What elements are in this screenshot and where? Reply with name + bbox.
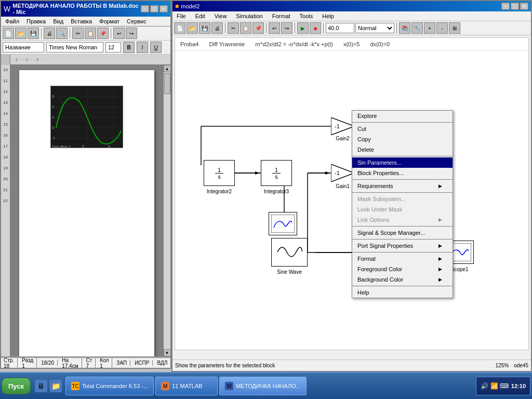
taskbar-app-matlab[interactable]: M 11 MATLAB bbox=[155, 377, 218, 395]
ml-sep4 bbox=[323, 23, 324, 33]
ml-save-btn[interactable]: 💾 bbox=[199, 22, 210, 34]
matlab-window: ■ model2 ─ □ ✕ File Edit View Simulation… bbox=[171, 0, 532, 372]
ctx-copy[interactable]: Copy bbox=[352, 134, 453, 144]
ml-undo-btn[interactable]: ↩ bbox=[269, 22, 280, 34]
svg-text:-1: -1 bbox=[335, 170, 340, 176]
start-button[interactable]: Пуск bbox=[2, 378, 31, 394]
scroll-thumb[interactable] bbox=[164, 73, 170, 94]
ruler-num-10: 10 bbox=[3, 68, 8, 72]
ml-redo-btn[interactable]: ↪ bbox=[281, 22, 292, 34]
ctx-cut[interactable]: Cut bbox=[352, 124, 453, 134]
ml-fit-btn[interactable]: ⊞ bbox=[449, 22, 460, 34]
ctx-explore[interactable]: Explore bbox=[352, 111, 453, 121]
ml-new-btn[interactable]: 📄 bbox=[174, 22, 185, 34]
redo-btn[interactable]: ↪ bbox=[126, 28, 137, 39]
sim-mode-select[interactable]: Normal bbox=[355, 23, 394, 33]
word-menu-view[interactable]: Вид bbox=[51, 18, 65, 25]
block-integrator2[interactable]: 1 s bbox=[204, 160, 235, 186]
ruler-num-15: 15 bbox=[3, 122, 8, 127]
taskbar-app-word[interactable]: W МЕТОДИЧКА НАЧАЛО... bbox=[219, 377, 307, 395]
ctx-foreground-color[interactable]: Foreground Color ▶ bbox=[352, 264, 453, 274]
scroll-up-btn[interactable]: ▲ bbox=[164, 65, 171, 72]
word-menu-edit[interactable]: Правка bbox=[25, 18, 47, 25]
ml-debug-btn[interactable]: 🔧 bbox=[411, 22, 423, 34]
block-sine-wave[interactable] bbox=[271, 238, 308, 267]
ml-cut-btn[interactable]: ✂ bbox=[228, 22, 239, 34]
underline-btn[interactable]: U bbox=[150, 42, 162, 53]
matlab-menu-help[interactable]: Help bbox=[321, 12, 336, 20]
ml-open-btn[interactable]: 📂 bbox=[187, 22, 198, 34]
ctx-link-options-arrow: ▶ bbox=[438, 217, 442, 222]
matlab-menu-view[interactable]: View bbox=[213, 12, 229, 20]
word-maximize-btn[interactable]: □ bbox=[150, 5, 158, 12]
eq-label: Proba4 bbox=[180, 41, 198, 47]
block-gain1-label: Gain1 bbox=[331, 183, 354, 189]
sim-time-input[interactable] bbox=[326, 23, 354, 33]
preview-btn[interactable]: 🔍 bbox=[56, 28, 68, 39]
ctx-help[interactable]: Help bbox=[352, 287, 453, 298]
word-page-area[interactable]: 3 2 1 0 -1 2 4 Time offset: 0 bbox=[10, 65, 163, 356]
block-integrator3[interactable]: 1 s bbox=[261, 160, 292, 186]
ml-stop-btn[interactable]: ■ bbox=[310, 22, 321, 34]
font-size-dropdown[interactable] bbox=[105, 42, 121, 52]
ctx-requirements[interactable]: Requirements ▶ bbox=[352, 181, 453, 191]
matlab-close-btn[interactable]: ✕ bbox=[520, 3, 528, 10]
matlab-menu-tools[interactable]: Tools bbox=[298, 12, 315, 20]
matlab-minimize-btn[interactable]: ─ bbox=[501, 3, 510, 10]
svg-text:Time offset: 0: Time offset: 0 bbox=[52, 145, 71, 148]
copy-btn[interactable]: 📋 bbox=[85, 28, 96, 39]
cut-btn[interactable]: ✂ bbox=[72, 28, 84, 39]
ctx-block-properties[interactable]: Block Properties... bbox=[352, 168, 453, 178]
block-scope[interactable] bbox=[269, 212, 297, 235]
ml-zoom-in-btn[interactable]: + bbox=[424, 22, 435, 34]
new-doc-btn[interactable]: 📄 bbox=[3, 28, 14, 39]
ctx-signal-scope-mgr[interactable]: Signal & Scope Manager... bbox=[352, 228, 453, 238]
open-btn[interactable]: 📂 bbox=[15, 28, 26, 39]
matlab-menu-format[interactable]: Format bbox=[271, 12, 292, 20]
word-close-btn[interactable]: ✕ bbox=[159, 5, 168, 12]
matlab-menu-simulation[interactable]: Simulation bbox=[234, 12, 264, 20]
block-gain2[interactable]: -1 bbox=[331, 117, 354, 135]
word-window: W МЕТОДИЧКА НАЧАЛО РАБОТЫ В Matlab.doc -… bbox=[0, 0, 171, 369]
print-btn[interactable]: 🖨 bbox=[44, 28, 55, 39]
ml-copy-btn[interactable]: 📋 bbox=[240, 22, 251, 34]
word-menu-tools[interactable]: Сервис bbox=[125, 18, 148, 25]
taskbar-app-totalcmd[interactable]: TC Total Commander 6.53 -... bbox=[65, 377, 154, 395]
ruler-num-16: 16 bbox=[3, 133, 8, 138]
word-menu-file[interactable]: Файл bbox=[4, 18, 21, 25]
ctx-look-under-mask[interactable]: Look Under Mask bbox=[352, 204, 453, 215]
ml-lib-btn[interactable]: 📚 bbox=[399, 22, 410, 34]
style-dropdown[interactable] bbox=[3, 42, 44, 52]
status-message: Show the parameters for the selected blo… bbox=[175, 363, 275, 368]
word-menu-insert[interactable]: Вставка bbox=[69, 18, 94, 25]
ctx-port-signal-properties[interactable]: Port Signal Properties ▶ bbox=[352, 241, 453, 251]
ctx-mask-subsystem[interactable]: Mask Subsystem... bbox=[352, 194, 453, 204]
matlab-menu-edit[interactable]: Edit bbox=[194, 12, 207, 20]
scroll-down-btn[interactable]: ▼ bbox=[164, 349, 171, 356]
ctx-background-color[interactable]: Background Color ▶ bbox=[352, 274, 453, 285]
ml-paste-btn[interactable]: 📌 bbox=[252, 22, 264, 34]
word-minimize-btn[interactable]: ─ bbox=[141, 5, 149, 12]
ctx-sep7 bbox=[352, 252, 453, 252]
matlab-titlebar-buttons: ─ □ ✕ bbox=[501, 3, 528, 10]
ctx-sin-parameters[interactable]: Sin Parameters... bbox=[352, 157, 453, 168]
ml-zoom-out-btn[interactable]: - bbox=[436, 22, 448, 34]
ctx-background-color-arrow: ▶ bbox=[438, 277, 442, 282]
italic-btn[interactable]: I bbox=[137, 42, 148, 53]
matlab-menu-file[interactable]: File bbox=[175, 12, 188, 20]
ctx-format[interactable]: Format ▶ bbox=[352, 254, 453, 264]
ctx-link-options[interactable]: Link Options ▶ bbox=[352, 215, 453, 225]
block-gain1[interactable]: -1 bbox=[331, 164, 354, 182]
save-btn[interactable]: 💾 bbox=[28, 28, 39, 39]
undo-btn[interactable]: ↩ bbox=[113, 28, 125, 39]
bold-btn[interactable]: B bbox=[123, 42, 135, 53]
ctx-delete[interactable]: Delete bbox=[352, 144, 453, 155]
font-dropdown[interactable] bbox=[46, 42, 103, 52]
ml-print-btn[interactable]: 🖨 bbox=[211, 22, 223, 34]
paste-btn[interactable]: 📌 bbox=[97, 28, 109, 39]
matlab-maximize-btn[interactable]: □ bbox=[511, 3, 519, 10]
ml-play-btn[interactable]: ▶ bbox=[297, 22, 309, 34]
word-menu-format[interactable]: Формат bbox=[98, 18, 121, 25]
taskbar-app-word-label: МЕТОДИЧКА НАЧАЛО... bbox=[236, 383, 301, 389]
word-page: 3 2 1 0 -1 2 4 Time offset: 0 bbox=[19, 70, 154, 356]
